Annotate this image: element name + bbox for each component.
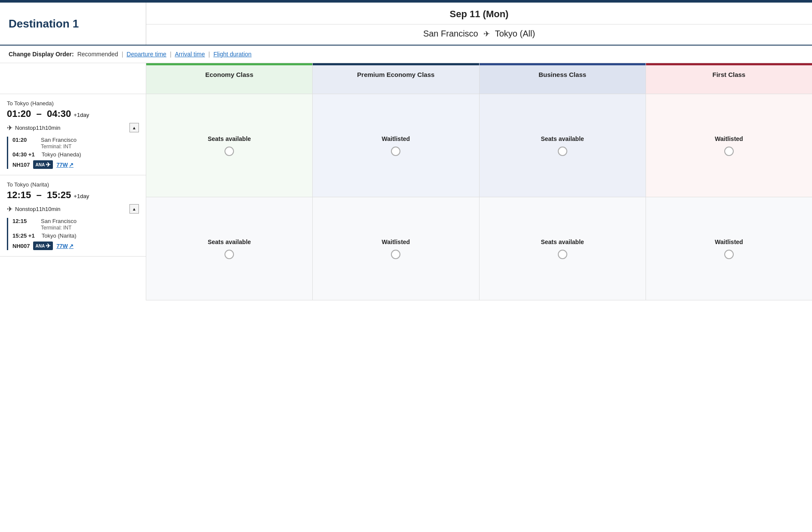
flight2-depart-row: 12:15 San FranciscoTerminal: INT	[12, 218, 139, 231]
premium-class-label: Premium Economy Class	[357, 71, 434, 78]
flight2-detail: 12:15 San FranciscoTerminal: INT 15:25 +…	[7, 218, 139, 250]
sort-bar: Change Display Order: Recommended | Depa…	[0, 46, 812, 63]
header: Destination 1 Sep 11 (Mon) San Francisco…	[0, 3, 812, 46]
flight-info-1: To Tokyo (Haneda) 01:20 – 04:30 +1day ✈ …	[0, 94, 146, 175]
flight1-aircraft[interactable]: 77W ↗	[56, 162, 74, 168]
flight1-premium-status: Waitlisted	[382, 135, 410, 142]
flight2-depart-terminal: Terminal: INT	[41, 225, 71, 231]
flight2-economy-status: Seats available	[208, 238, 251, 245]
flight2-first-status: Waitlisted	[715, 238, 743, 245]
flight2-times: 12:15 – 15:25 +1day	[7, 190, 139, 201]
flight2-arrive-place: Tokyo (Narita)	[42, 232, 77, 239]
flight1-depart-terminal: Terminal: INT	[41, 144, 71, 150]
flight1-business-cell: Seats available	[480, 94, 646, 197]
plane-icon: ✈	[483, 29, 490, 39]
flight2-arrive-row: 15:25 +1 Tokyo (Narita)	[12, 232, 139, 239]
flight1-arrive-place: Tokyo (Haneda)	[42, 151, 81, 158]
flight1-depart-place: San FranciscoTerminal: INT	[41, 137, 77, 150]
flight2-premium-status: Waitlisted	[382, 238, 410, 245]
flight1-dest: To Tokyo (Haneda)	[7, 100, 139, 107]
flight2-plane-icon: ✈	[7, 205, 12, 213]
business-class-label: Business Class	[538, 71, 586, 78]
sort-departure[interactable]: Departure time	[126, 51, 166, 58]
flight2-first-radio[interactable]	[724, 250, 734, 259]
flight2-dest: To Tokyo (Narita)	[7, 181, 139, 188]
flight1-business-status: Seats available	[541, 135, 584, 142]
flight-info-2: To Tokyo (Narita) 12:15 – 15:25 +1day ✈ …	[0, 175, 146, 257]
flight2-business-status: Seats available	[541, 238, 584, 245]
flight2-collapse-btn[interactable]: ▲	[129, 204, 139, 214]
flight1-nonstop-label: Nonstop11h10min	[15, 125, 61, 131]
main-table: To Tokyo (Haneda) 01:20 – 04:30 +1day ✈ …	[0, 63, 812, 300]
flight2-economy-cell: Seats available	[146, 197, 313, 300]
flight1-arrive-row: 04:30 +1 Tokyo (Haneda)	[12, 151, 139, 158]
flight1-business-radio[interactable]	[558, 147, 567, 156]
flight2-premium-cell: Waitlisted	[313, 197, 479, 300]
sep1: |	[122, 51, 123, 58]
sep2: |	[170, 51, 172, 58]
flight2-economy-radio[interactable]	[225, 250, 234, 259]
flight1-external-icon: ↗	[69, 162, 74, 168]
economy-class-header: Economy Class	[146, 63, 313, 94]
flight2-aircraft[interactable]: 77W ↗	[56, 243, 74, 249]
destination-title: Destination 1	[9, 17, 79, 31]
flight1-detail: 01:20 San FranciscoTerminal: INT 04:30 +…	[7, 137, 139, 169]
flight1-economy-status: Seats available	[208, 135, 251, 142]
flight1-num-row: NH107 ANA ✈ 77W ↗	[12, 160, 139, 169]
flight2-ana-logo: ANA ✈	[33, 242, 53, 250]
header-destination: Destination 1	[0, 3, 146, 45]
flight2-num: NH007	[12, 243, 30, 249]
flight2-external-icon: ↗	[69, 243, 74, 249]
flight1-depart-time: 01:20	[12, 137, 34, 150]
flight2-class-cells: Seats available Waitlisted Seats availab…	[146, 197, 812, 300]
flight1-plusday: +1day	[74, 112, 89, 118]
flight1-first-radio[interactable]	[724, 147, 734, 156]
flight1-economy-cell: Seats available	[146, 94, 313, 197]
flight1-times: 01:20 – 04:30 +1day	[7, 108, 139, 119]
flight2-plusday: +1day	[74, 193, 89, 199]
flight2-depart-place: San FranciscoTerminal: INT	[41, 218, 77, 231]
header-date: Sep 11 (Mon)	[146, 3, 812, 24]
flight1-first-status: Waitlisted	[715, 135, 743, 142]
header-right: Sep 11 (Mon) San Francisco ✈ Tokyo (All)	[146, 3, 812, 45]
header-route: San Francisco ✈ Tokyo (All)	[146, 24, 812, 45]
class-columns: Economy Class Premium Economy Class Busi…	[146, 63, 812, 300]
first-bar	[646, 63, 812, 65]
first-class-label: First Class	[713, 71, 746, 78]
flight1-ana-logo: ANA ✈	[33, 160, 53, 169]
flight1-arrive-time: 04:30 +1	[12, 151, 35, 158]
flight2-first-cell: Waitlisted	[646, 197, 812, 300]
flight1-plane-icon: ✈	[7, 124, 12, 132]
sort-recommended: Recommended	[77, 51, 118, 58]
economy-bar	[146, 63, 312, 65]
sort-arrival[interactable]: Arrival time	[175, 51, 205, 58]
flight1-num: NH107	[12, 162, 30, 168]
flight1-class-cells: Seats available Waitlisted Seats availab…	[146, 94, 812, 197]
sort-label: Change Display Order:	[9, 51, 74, 58]
flight1-first-cell: Waitlisted	[646, 94, 812, 197]
flight2-nonstop-row[interactable]: ✈ Nonstop11h10min ▲	[7, 204, 139, 214]
flight1-nonstop-row[interactable]: ✈ Nonstop11h10min ▲	[7, 123, 139, 132]
flight2-premium-radio[interactable]	[391, 250, 400, 259]
flight1-collapse-btn[interactable]: ▲	[129, 123, 139, 132]
economy-class-label: Economy Class	[205, 71, 253, 78]
flight1-premium-radio[interactable]	[391, 147, 400, 156]
flight2-nonstop-label: Nonstop11h10min	[15, 206, 61, 212]
header-spacer	[0, 63, 146, 94]
premium-bar	[313, 63, 479, 65]
flight2-arrive-time: 15:25 +1	[12, 232, 35, 239]
flight-column: To Tokyo (Haneda) 01:20 – 04:30 +1day ✈ …	[0, 63, 146, 300]
flight1-economy-radio[interactable]	[225, 147, 234, 156]
flight2-num-row: NH007 ANA ✈ 77W ↗	[12, 242, 139, 250]
first-class-header: First Class	[646, 63, 812, 94]
flight2-business-radio[interactable]	[558, 250, 567, 259]
sort-duration[interactable]: Flight duration	[213, 51, 252, 58]
flight1-depart-row: 01:20 San FranciscoTerminal: INT	[12, 137, 139, 150]
business-bar	[480, 63, 646, 65]
class-headers-row: Economy Class Premium Economy Class Busi…	[146, 63, 812, 94]
flight2-ana-wing: ✈	[46, 242, 51, 249]
sep3: |	[209, 51, 210, 58]
flight2-business-cell: Seats available	[480, 197, 646, 300]
flight1-premium-cell: Waitlisted	[313, 94, 479, 197]
destination-city: Tokyo (All)	[495, 29, 535, 39]
